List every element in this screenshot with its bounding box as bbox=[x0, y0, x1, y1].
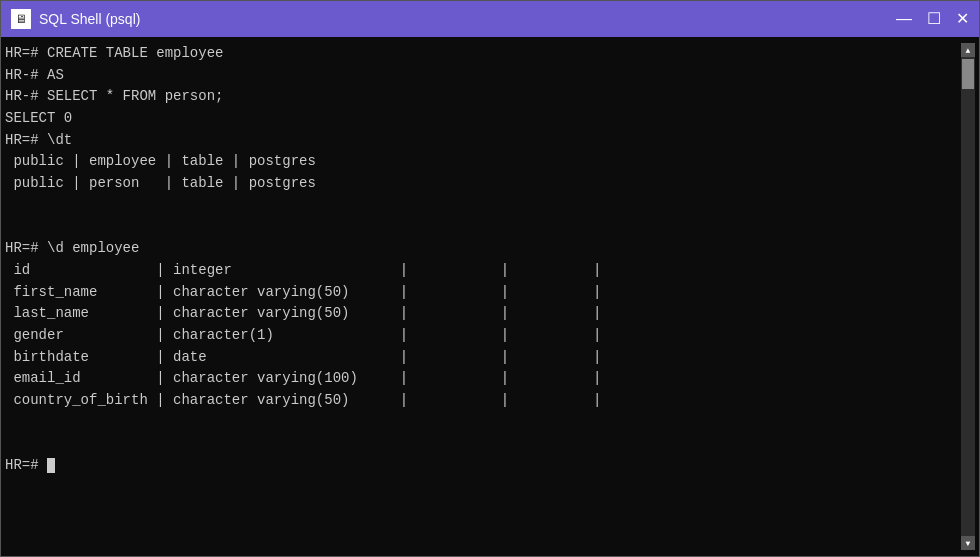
maximize-button[interactable]: ☐ bbox=[927, 11, 941, 27]
titlebar: 🖥 SQL Shell (psql) — ☐ ✕ bbox=[1, 1, 979, 37]
terminal-line: HR=# \dt bbox=[5, 130, 961, 152]
terminal-line-empty bbox=[5, 217, 961, 239]
terminal-line: last_name | character varying(50) | | | bbox=[5, 303, 961, 325]
terminal-line-empty bbox=[5, 195, 961, 217]
terminal-line: birthdate | date | | | bbox=[5, 347, 961, 369]
app-icon: 🖥 bbox=[11, 9, 31, 29]
minimize-button[interactable]: — bbox=[896, 11, 912, 27]
terminal-line: gender | character(1) | | | bbox=[5, 325, 961, 347]
main-window: 🖥 SQL Shell (psql) — ☐ ✕ HR=# CREATE TAB… bbox=[0, 0, 980, 557]
scrollbar-up-button[interactable]: ▲ bbox=[961, 43, 975, 57]
terminal-body: HR=# CREATE TABLE employee HR-# AS HR-# … bbox=[1, 37, 979, 556]
window-controls: — ☐ ✕ bbox=[896, 1, 969, 37]
terminal-line: HR-# SELECT * FROM person; bbox=[5, 86, 961, 108]
terminal-line: SELECT 0 bbox=[5, 108, 961, 130]
terminal-line: id | integer | | | bbox=[5, 260, 961, 282]
scrollbar-thumb[interactable] bbox=[962, 59, 974, 89]
scrollbar[interactable]: ▲ ▼ bbox=[961, 43, 975, 550]
close-button[interactable]: ✕ bbox=[956, 11, 969, 27]
terminal-line-empty bbox=[5, 433, 961, 455]
terminal-line: HR=# CREATE TABLE employee bbox=[5, 43, 961, 65]
scrollbar-down-button[interactable]: ▼ bbox=[961, 536, 975, 550]
terminal-line: country_of_birth | character varying(50)… bbox=[5, 390, 961, 412]
terminal-line-empty bbox=[5, 412, 961, 434]
window-title: SQL Shell (psql) bbox=[39, 11, 140, 27]
terminal-line: first_name | character varying(50) | | | bbox=[5, 282, 961, 304]
terminal-line: public | person | table | postgres bbox=[5, 173, 961, 195]
terminal-line: HR=# \d employee bbox=[5, 238, 961, 260]
terminal-line: public | employee | table | postgres bbox=[5, 151, 961, 173]
terminal-prompt-line: HR=# bbox=[5, 455, 961, 477]
terminal-line: HR-# AS bbox=[5, 65, 961, 87]
terminal-content[interactable]: HR=# CREATE TABLE employee HR-# AS HR-# … bbox=[5, 43, 961, 550]
terminal-line: email_id | character varying(100) | | | bbox=[5, 368, 961, 390]
cursor bbox=[47, 458, 55, 473]
